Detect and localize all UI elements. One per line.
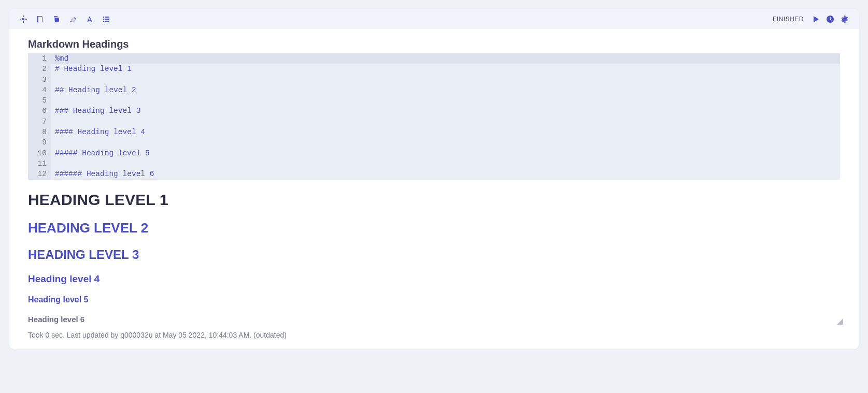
code-text[interactable] [51,117,840,127]
output-heading-4: Heading level 4 [28,273,840,285]
line-number: 8 [28,127,51,137]
toolbar-right: FINISHED [773,14,849,24]
svg-rect-3 [105,19,109,20]
code-line[interactable]: 2# Heading level 1 [28,64,840,74]
cell-title: Markdown Headings [28,38,840,50]
line-number: 2 [28,64,51,74]
cell-toolbar: FINISHED [9,9,859,29]
output-heading-2: HEADING LEVEL 2 [28,220,840,236]
code-text[interactable] [51,95,840,106]
line-number: 11 [28,158,51,169]
cell-content: Markdown Headings 1%md2# Heading level 1… [9,29,859,350]
code-line[interactable]: 12###### Heading level 6 [28,169,840,179]
code-text[interactable]: ## Heading level 2 [51,85,840,95]
code-line[interactable]: 10##### Heading level 5 [28,148,840,158]
clock-icon[interactable] [826,14,835,24]
output-heading-3: HEADING LEVEL 3 [28,248,840,262]
collapse-icon[interactable] [19,14,28,24]
svg-rect-4 [105,21,109,22]
list-icon[interactable] [102,14,111,24]
code-line[interactable]: 9 [28,137,840,148]
run-icon[interactable] [811,14,820,24]
resize-handle-icon[interactable] [837,318,843,325]
code-text[interactable]: ##### Heading level 5 [51,148,840,158]
status-label: FINISHED [773,16,804,23]
output-heading-1: HEADING LEVEL 1 [28,191,840,209]
line-number: 6 [28,106,51,116]
line-number: 5 [28,95,51,106]
code-line[interactable]: 8#### Heading level 4 [28,127,840,137]
code-line[interactable]: 11 [28,158,840,169]
output-heading-6: Heading level 6 [28,315,840,324]
code-line[interactable]: 1%md [28,53,840,64]
line-number: 3 [28,75,51,85]
code-text[interactable]: %md [51,53,840,64]
book-icon[interactable] [35,14,45,24]
line-number: 9 [28,137,51,148]
code-line[interactable]: 7 [28,117,840,127]
code-editor[interactable]: 1%md2# Heading level 134## Heading level… [28,53,840,180]
code-line[interactable]: 4## Heading level 2 [28,85,840,95]
line-number: 10 [28,148,51,158]
code-text[interactable] [51,158,840,169]
code-text[interactable] [51,75,840,85]
notebook-cell: FINISHED Markdown Headings 1%md2# Headin… [9,9,859,350]
output-area: HEADING LEVEL 1 HEADING LEVEL 2 HEADING … [28,191,840,324]
svg-rect-1 [55,18,59,22]
gear-icon[interactable] [840,14,849,24]
line-number: 12 [28,169,51,179]
line-number: 4 [28,85,51,95]
code-text[interactable] [51,137,840,148]
font-icon[interactable] [85,14,94,24]
code-text[interactable]: # Heading level 1 [51,64,840,74]
eraser-icon[interactable] [68,14,78,24]
code-line[interactable]: 5 [28,95,840,106]
output-heading-5: Heading level 5 [28,295,840,304]
code-line[interactable]: 3 [28,75,840,85]
svg-rect-0 [37,16,38,22]
code-line[interactable]: 6### Heading level 3 [28,106,840,116]
copy-icon[interactable] [52,14,61,24]
code-text[interactable]: ### Heading level 3 [51,106,840,116]
svg-rect-6 [103,19,104,20]
line-number: 7 [28,117,51,127]
toolbar-left [19,14,111,24]
svg-rect-7 [103,21,104,22]
svg-rect-5 [103,17,104,18]
execution-status: Took 0 sec. Last updated by q000032u at … [28,331,840,339]
line-number: 1 [28,53,51,64]
code-text[interactable]: #### Heading level 4 [51,127,840,137]
svg-rect-2 [105,17,109,18]
code-text[interactable]: ###### Heading level 6 [51,169,840,179]
